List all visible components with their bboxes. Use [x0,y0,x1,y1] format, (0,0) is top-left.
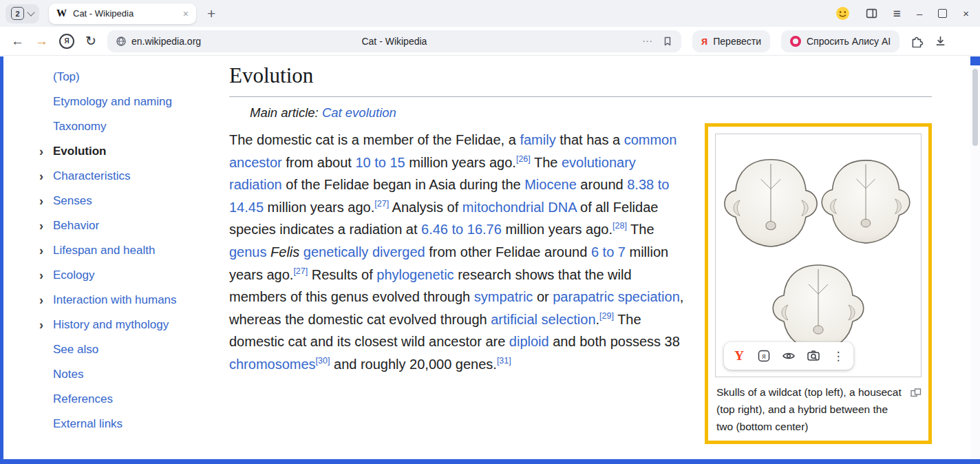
reference-link[interactable]: [26] [516,154,531,164]
chevron-right-icon[interactable]: › [39,139,43,164]
body-text: from other Felidae around [425,244,591,260]
wiki-link[interactable]: genus [229,244,267,260]
yandex-search-icon[interactable]: Y [727,344,752,368]
tab-close-icon[interactable]: × [183,8,189,19]
wiki-link[interactable]: diploid [509,334,549,349]
address-bar[interactable]: en.wikipedia.org Cat - Wikipedia ⋯ [107,30,681,52]
reload-button[interactable]: ↻ [85,34,96,48]
scrollbar[interactable] [970,56,980,459]
toc-item-interaction-with-humans[interactable]: ›Interaction with humans [39,288,207,313]
site-info-chip[interactable]: en.wikipedia.org [116,36,201,47]
image-search-camera-icon[interactable] [801,344,826,368]
toc-link[interactable]: Evolution [53,145,106,158]
reference-link[interactable]: [31] [497,356,511,366]
wiki-link[interactable]: Miocene [524,177,577,192]
side-panel-icon[interactable] [866,8,877,19]
wiki-link[interactable]: artificial selection [491,312,595,327]
image-hover-toolbar: Y я ⋮ [724,342,853,370]
wiki-link[interactable]: 10 to 15 [355,155,405,170]
toc-link[interactable]: Etymology and naming [53,95,172,108]
chevron-right-icon[interactable]: › [39,263,43,288]
ask-alice-button[interactable]: Спросить Алису AI [781,30,899,52]
wiki-link[interactable]: family [520,132,555,147]
translate-image-icon[interactable]: я [752,344,776,368]
body-text: and both possess 38 [549,334,680,349]
toc-link[interactable]: See also [53,343,98,356]
toc-item-lifespan-and-health[interactable]: ›Lifespan and health [39,238,207,263]
view-image-eye-icon[interactable] [776,344,801,368]
toc-item-notes[interactable]: Notes [39,362,207,387]
toc-link[interactable]: Ecology [53,268,94,282]
tab-counter-button[interactable]: 2 [6,4,39,23]
wiki-link[interactable]: genetically diverged [303,244,425,260]
reference-link[interactable]: [27] [293,266,308,276]
chevron-right-icon[interactable]: › [39,288,43,313]
body-text: that has a [556,132,624,147]
toc-link[interactable]: Senses [53,194,92,207]
wiki-link[interactable]: chromosomes [229,357,316,372]
toc-link[interactable]: External links [53,417,122,430]
bookmark-icon[interactable] [662,36,673,47]
toc-item-taxonomy[interactable]: Taxonomy [39,114,207,139]
toc-link[interactable]: (Top) [53,70,80,83]
chevron-right-icon[interactable]: › [39,189,43,213]
toc-item-characteristics[interactable]: ›Characteristics [39,164,207,189]
chevron-right-icon[interactable]: › [39,164,43,189]
toc-link[interactable]: Interaction with humans [53,293,177,306]
toc-link[interactable]: Characteristics [53,169,130,182]
toc-item-ecology[interactable]: ›Ecology [39,263,207,288]
toc-item-etymology-and-naming[interactable]: Etymology and naming [39,89,207,114]
reference-link[interactable]: [29] [599,311,614,321]
scrollbar-thumb[interactable] [972,69,978,146]
new-tab-button[interactable]: + [207,6,215,21]
toc-item-see-also[interactable]: See also [39,337,207,362]
toc-item-senses[interactable]: ›Senses [39,189,207,213]
chevron-right-icon[interactable]: › [39,238,43,263]
toc-link[interactable]: Taxonomy [53,120,106,133]
reference-link[interactable]: [28] [612,222,627,231]
navigation-bar: ← → Я ↻ en.wikipedia.org Cat - Wikipedia… [0,27,980,56]
extensions-icon[interactable] [910,34,924,48]
wiki-link[interactable]: 6 to 7 [591,244,626,260]
toc-item-evolution[interactable]: ›Evolution [39,139,207,164]
translate-label: Перевести [713,36,761,47]
toc-item-top[interactable]: (Top) [39,65,207,89]
yandex-browser-icon[interactable]: Я [59,34,74,49]
body-text: The [627,222,654,237]
toc-link[interactable]: Lifespan and health [53,244,155,257]
wiki-link[interactable]: sympatric [474,289,533,304]
translate-button[interactable]: я Перевести [692,30,770,52]
toc-item-references[interactable]: References [39,387,207,412]
toc-link[interactable]: Behavior [53,219,99,232]
wiki-link[interactable]: 6.46 to 16.76 [421,222,502,237]
reference-link[interactable]: [30] [316,356,330,366]
kebab-menu-icon[interactable]: ⋮ [826,344,851,368]
forward-button[interactable]: → [35,34,48,48]
body-text: of the Felidae began in Asia during the [282,177,524,192]
more-actions-icon[interactable]: ⋯ [642,36,653,46]
back-button[interactable]: ← [11,34,24,48]
minimize-button[interactable]: – [917,8,922,19]
wiki-link[interactable]: mitochondrial DNA [462,200,577,215]
toc-link[interactable]: History and mythology [53,318,169,331]
chevron-right-icon[interactable]: › [39,213,43,238]
wiki-link[interactable]: phylogenetic [376,267,454,282]
cat-evolution-link[interactable]: Cat evolution [322,105,396,120]
maximize-button[interactable] [938,9,947,18]
enlarge-icon[interactable] [910,386,922,403]
reference-link[interactable]: [27] [374,199,389,209]
profile-emoji-icon[interactable] [835,6,850,21]
menu-icon[interactable]: ≡ [893,7,901,20]
wiki-link[interactable]: parapatric speciation [553,289,680,304]
toc-link[interactable]: Notes [53,368,83,381]
downloads-icon[interactable] [935,35,946,47]
toc-item-external-links[interactable]: External links [39,412,207,436]
toc-link[interactable]: References [53,392,113,405]
toc-item-history-and-mythology[interactable]: ›History and mythology [39,313,207,337]
toc-item-behavior[interactable]: ›Behavior [39,213,207,238]
body-text: and roughly 20,000 genes. [330,357,496,372]
chevron-right-icon[interactable]: › [39,313,43,337]
skulls-image[interactable]: Y я ⋮ [715,134,922,377]
tab-cat-wikipedia[interactable]: W Cat - Wikipedia × [49,3,196,24]
close-window-button[interactable]: × [963,8,969,19]
